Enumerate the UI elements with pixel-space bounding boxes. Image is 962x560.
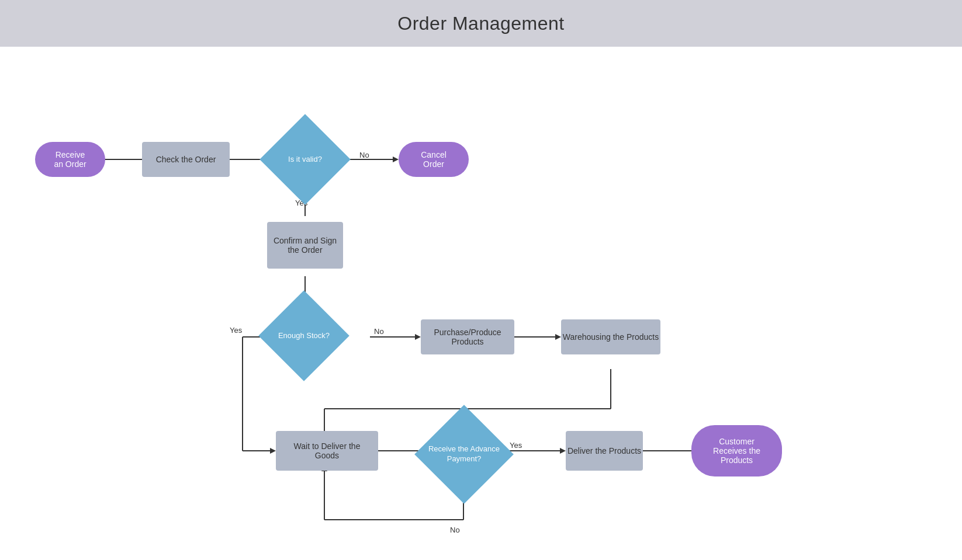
no-label-valid: No (359, 151, 369, 159)
page-header: Order Management (0, 0, 962, 47)
svg-marker-5 (393, 156, 399, 162)
page-title: Order Management (397, 13, 564, 34)
receive-advance-node: Receive the Advance Payment? (425, 419, 503, 489)
no-label-payment: No (450, 526, 460, 534)
warehousing-node: Warehousing the Products (561, 319, 660, 354)
yes-label-stock: Yes (230, 326, 242, 335)
receive-order-node: Receive an Order (35, 142, 105, 177)
is-valid-node: Is it valid? (269, 127, 341, 192)
svg-marker-10 (415, 334, 421, 340)
customer-receives-node: Customer Receives the Products (691, 425, 782, 476)
confirm-sign-node: Confirm and Sign the Order (267, 222, 343, 269)
wait-deliver-node: Wait to Deliver the Goods (276, 431, 378, 471)
deliver-products-node: Deliver the Products (566, 431, 643, 471)
cancel-order-node: Cancel Order (399, 142, 469, 177)
diagram-canvas: No Yes No Yes Yes No Receive an Order Ch… (0, 47, 962, 560)
check-order-node: Check the Order (142, 142, 230, 177)
no-label-stock: No (374, 327, 384, 336)
svg-marker-24 (560, 448, 566, 454)
svg-marker-12 (555, 334, 561, 340)
purchase-produce-node: Purchase/Produce Products (421, 319, 514, 354)
svg-marker-20 (270, 448, 276, 454)
enough-stock-node: Enough Stock? (269, 304, 339, 368)
yes-label-payment: Yes (510, 441, 522, 450)
